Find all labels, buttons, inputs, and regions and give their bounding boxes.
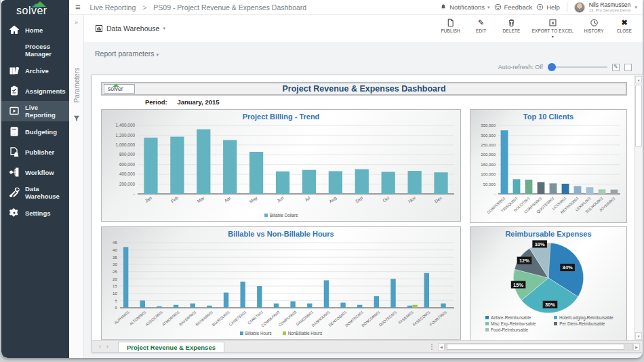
legend-item: Misc Exp-Reimbursable bbox=[485, 321, 544, 326]
svg-text:30%: 30% bbox=[545, 302, 555, 308]
scroll-right-arrow[interactable]: ▶ bbox=[633, 343, 640, 350]
legend-item: Hotel/Lodging-Reimbursable bbox=[554, 315, 613, 320]
svg-text:Jan: Jan bbox=[144, 195, 153, 203]
sidebar-item-workflow[interactable]: Workflow bbox=[1, 162, 69, 182]
toolbar-actions: PUBLISH ✎ EDIT DELETE X EXPORT TO EXCEL … bbox=[441, 18, 643, 39]
svg-text:25: 25 bbox=[113, 269, 117, 274]
report-toolbar: Data Warehouse ▾ PUBLISH ✎ EDIT DELETE X… bbox=[84, 15, 643, 42]
export-chevron-down-icon: ▾ bbox=[552, 34, 554, 39]
sidebar-item-label: Live Reporting bbox=[25, 104, 69, 119]
user-chevron-down-icon[interactable]: ▾ bbox=[635, 5, 637, 10]
sheet-tab-bar: ‹› Project Revenue & Expenses ◀ ▶ bbox=[92, 340, 643, 352]
svg-text:800,000: 800,000 bbox=[119, 152, 136, 157]
svg-text:CARET001: CARET001 bbox=[247, 310, 264, 325]
publisher-icon bbox=[9, 146, 20, 157]
sidebar-item-settings[interactable]: Settings bbox=[1, 203, 69, 223]
edit-layout-icon[interactable] bbox=[612, 64, 620, 71]
sidebar-item-archive[interactable]: Archive bbox=[1, 60, 69, 81]
scroll-up-arrow[interactable]: ▲ bbox=[635, 76, 642, 83]
filter-funnel-icon[interactable] bbox=[73, 115, 80, 122]
svg-text:150,000: 150,000 bbox=[481, 163, 496, 167]
pie-plot: 34%30%15%12%10% bbox=[471, 239, 626, 314]
sidebar-item-live-reporting[interactable]: Live Reporting bbox=[1, 101, 69, 121]
svg-text:BLUEQU001: BLUEQU001 bbox=[212, 310, 230, 327]
parameters-rail-label: Parameters bbox=[73, 73, 81, 84]
close-button[interactable]: ✖ CLOSE bbox=[614, 18, 635, 39]
chart-title: Top 10 Clients bbox=[470, 110, 626, 122]
vertical-scroll-thumb[interactable] bbox=[635, 85, 642, 147]
user-org: 13. Pro Services Demo bbox=[589, 8, 631, 12]
svg-text:Oct: Oct bbox=[382, 195, 390, 203]
horizontal-scroll-thumb[interactable] bbox=[447, 344, 624, 350]
data-warehouse-icon bbox=[9, 187, 20, 198]
breadcrumb-separator: > bbox=[142, 3, 146, 12]
report-parameters-dropdown[interactable]: Report parameters ▾ bbox=[95, 49, 159, 58]
svg-text:Apr: Apr bbox=[223, 195, 233, 204]
report-viewport: solver Project Revenue & Expenses Dashbo… bbox=[92, 75, 643, 353]
grid-view-icon[interactable] bbox=[624, 64, 632, 71]
data-source-label: Data Warehouse bbox=[106, 24, 159, 33]
sidebar-item-process-manager[interactable]: Process Manager bbox=[1, 40, 69, 60]
parameters-rail: » Parameters bbox=[69, 15, 84, 358]
header-divider bbox=[567, 3, 567, 12]
sidebar-item-assignments[interactable]: Assignments bbox=[1, 81, 69, 101]
period-row: Period: January, 2015 bbox=[145, 98, 220, 106]
notifications-button[interactable]: Notifications ▾ bbox=[440, 3, 489, 11]
user-info[interactable]: Nils Rasmussen 13. Pro Services Demo bbox=[589, 2, 631, 13]
vertical-scrollbar[interactable]: ▲ ▼ bbox=[634, 75, 643, 340]
delete-button[interactable]: DELETE bbox=[502, 18, 522, 39]
process-manager-icon bbox=[9, 45, 20, 56]
archive-icon bbox=[9, 65, 20, 76]
help-button[interactable]: ? Help bbox=[536, 3, 560, 11]
sidebar-item-data-warehouse[interactable]: Data Warehouse bbox=[1, 182, 69, 203]
logo-triangle-green bbox=[34, 1, 46, 7]
breadcrumb: Live Reporting > PS09 - Project Revenue … bbox=[90, 3, 307, 12]
publish-button[interactable]: PUBLISH bbox=[441, 18, 461, 39]
horizontal-scrollbar[interactable]: ◀ ▶ bbox=[438, 343, 640, 350]
history-button[interactable]: HISTORY bbox=[584, 18, 604, 39]
svg-text:COMPU0003: COMPU0003 bbox=[278, 310, 298, 327]
chart-project-billing-trend: Project Billing - Trend -200,000400,0006… bbox=[101, 109, 461, 222]
scroll-down-arrow[interactable]: ▼ bbox=[635, 332, 642, 340]
svg-text:ALPHA001: ALPHA001 bbox=[113, 310, 130, 325]
sidebar-item-budgeting[interactable]: Budgeting bbox=[1, 121, 69, 142]
breadcrumb-section[interactable]: Live Reporting bbox=[90, 3, 136, 12]
chart-title: Billable vs Non-Billable Hours bbox=[102, 227, 460, 239]
svg-text:12%: 12% bbox=[519, 258, 529, 264]
smiley-icon bbox=[494, 3, 502, 11]
svg-text:250,000: 250,000 bbox=[481, 143, 496, 147]
period-value: January, 2015 bbox=[177, 98, 219, 106]
svg-text:Jun: Jun bbox=[276, 195, 285, 203]
tab-nav-arrows[interactable]: ‹› bbox=[99, 343, 114, 350]
svg-text:45: 45 bbox=[113, 240, 117, 245]
export-to-excel-icon: X bbox=[548, 18, 557, 27]
chart-billable-vs-nonbillable-hours: Billable vs Non-Billable Hours 051015202… bbox=[101, 226, 461, 340]
data-source-dropdown[interactable]: Data Warehouse ▾ bbox=[95, 24, 165, 33]
sheet-tab[interactable]: Project Revenue & Expenses bbox=[118, 342, 224, 352]
menu-hamburger-icon[interactable]: ≡ bbox=[75, 2, 81, 12]
sidebar-item-home[interactable]: Home bbox=[1, 20, 69, 40]
user-avatar[interactable] bbox=[574, 2, 585, 13]
feedback-button[interactable]: Feedback bbox=[494, 3, 533, 11]
svg-text:Feb: Feb bbox=[170, 195, 180, 203]
auto-refresh-slider[interactable] bbox=[548, 63, 607, 71]
notifications-label: Notifications bbox=[449, 3, 485, 11]
sidebar-item-label: Process Manager bbox=[25, 43, 69, 58]
source-chevron-down-icon: ▾ bbox=[163, 26, 165, 31]
svg-text:FOURT0001: FOURT0001 bbox=[429, 310, 448, 327]
data-warehouse-source-icon bbox=[95, 24, 103, 33]
expand-panel-icon[interactable]: » bbox=[69, 19, 83, 26]
svg-text:Mar: Mar bbox=[197, 195, 206, 204]
sidebar-item-publisher[interactable]: Publisher bbox=[1, 142, 69, 162]
publish-icon bbox=[446, 18, 455, 27]
slider-knob[interactable] bbox=[548, 63, 556, 71]
splitter-handle[interactable] bbox=[431, 344, 432, 350]
edit-button[interactable]: ✎ EDIT bbox=[471, 18, 491, 39]
svg-text:1,000,000: 1,000,000 bbox=[116, 142, 136, 147]
sidebar-item-label: Settings bbox=[25, 209, 50, 217]
help-icon: ? bbox=[536, 3, 544, 11]
scroll-left-arrow[interactable]: ◀ bbox=[438, 343, 445, 350]
svg-text:200,000: 200,000 bbox=[481, 153, 496, 157]
chart-reimbursable-expenses: Reimbursable Expenses 34%30%15%12%10% Ai… bbox=[470, 226, 627, 340]
export-to-excel-button[interactable]: X EXPORT TO EXCEL ▾ bbox=[532, 18, 573, 39]
